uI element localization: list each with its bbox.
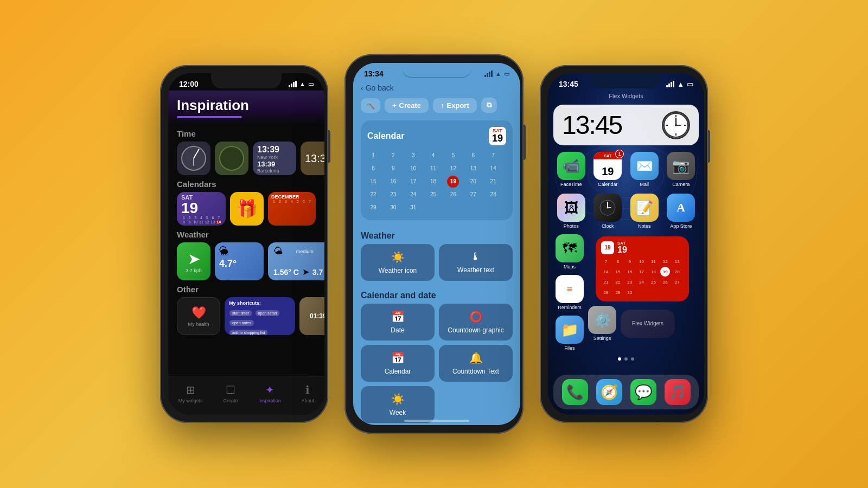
cal-widget-gift: 🎁: [230, 192, 264, 226]
date-calendar-icon: 📅: [391, 310, 405, 323]
shortcut-safari[interactable]: open safari: [256, 310, 280, 316]
tab-my-widgets[interactable]: ⊞ My widgets: [178, 383, 203, 403]
hammer-tool-btn[interactable]: 🔨: [361, 98, 380, 113]
editor-toolbar: 🔨 + Create ↑ Export ⧉: [353, 95, 520, 115]
tab-my-widgets-icon: ⊞: [186, 383, 195, 396]
p2-bar-1: [484, 75, 486, 77]
time-plain: 13:39: [305, 152, 324, 165]
countdown-text-label: Countdown Text: [452, 368, 499, 375]
other-widgets-row: ❤️ My health My shortcuts: start timer o…: [168, 297, 324, 335]
calendars-widgets-row: SAT 19 1234567 891011121314 🎁 December 1: [168, 192, 324, 226]
clock-app[interactable]: Clock: [592, 194, 624, 229]
settings-app[interactable]: ⚙️ Settings: [588, 306, 616, 341]
layers-btn[interactable]: ⧉: [481, 98, 497, 113]
p2-bar-4: [491, 70, 493, 77]
inspiration-underline: [177, 116, 242, 118]
phone-1-screen: 12:00 ▲ ▭: [168, 73, 324, 415]
cal-header-text: SAT 19: [617, 241, 627, 254]
calendar-btn[interactable]: 📅 Calendar: [361, 345, 435, 382]
maps-app[interactable]: 🗺 Maps: [556, 234, 584, 269]
phone-3-dock: 📞 🧭 💬 🎵: [553, 375, 699, 409]
camera-app[interactable]: 📷 Camera: [666, 152, 697, 187]
phone-2-inner: 13:34 ▲ ▭ ‹: [353, 63, 520, 425]
weather-section-label: Weather: [168, 226, 324, 242]
mail-icon: ✉️: [630, 152, 659, 180]
reminders-app[interactable]: ≡ Reminders: [556, 275, 584, 310]
weather-section-title: Weather: [353, 226, 520, 244]
calendar-icon: 📅: [391, 351, 405, 364]
signal-bar-1: [289, 85, 290, 87]
calendar-app[interactable]: SAT 19 1 Calendar: [592, 152, 624, 187]
weather-icon-btn[interactable]: ☀️ Weather icon: [361, 244, 435, 281]
countdown-graphic-label: Countdown graphic: [448, 326, 503, 334]
calendar-icon: SAT 19 1: [593, 152, 622, 180]
phone-3-time: 13:45: [559, 80, 578, 88]
page-dot-3: [631, 357, 634, 361]
phone-1-content[interactable]: Inspiration Time 13:39: [168, 91, 324, 393]
svg-point-10: [675, 124, 677, 126]
phone-3-screen: 13:45 ▲ ▭ Flex Wid: [548, 73, 704, 415]
create-btn[interactable]: + Create: [385, 98, 429, 113]
signal-bar-3: [293, 82, 295, 87]
dock-music[interactable]: 🎵: [665, 379, 691, 405]
phone-1-wifi: ▲: [299, 81, 305, 87]
notes-icon: 📝: [630, 194, 659, 222]
dock-safari[interactable]: 🧭: [596, 379, 622, 405]
weather-row-top: 🌤 medium 09:37: [273, 246, 324, 257]
weather-widget-green: ➤ 3.7 kph: [177, 242, 210, 280]
facetime-app[interactable]: 📹 FaceTime: [556, 152, 587, 187]
facetime-label: FaceTime: [560, 182, 582, 187]
notes-app[interactable]: 📝 Notes: [629, 194, 660, 229]
shortcuts-buttons: start timer open safari open notes add t…: [229, 307, 291, 335]
tab-create[interactable]: ☐ Create: [224, 383, 238, 403]
mail-app[interactable]: ✉️ Mail: [629, 152, 660, 187]
calendar-badge: 1: [615, 150, 624, 158]
cal-red-grid: 1234567: [271, 200, 312, 203]
reminders-icon: ≡: [556, 275, 584, 303]
clock-label: Clock: [602, 223, 614, 229]
phones-container: 12:00 ▲ ▭: [160, 54, 708, 434]
tab-inspiration-icon: ✦: [265, 383, 275, 396]
weather-thermo-icon: 🌡: [470, 251, 481, 263]
tab-inspiration[interactable]: ✦ Inspiration: [258, 383, 281, 403]
week-label: Week: [390, 409, 406, 416]
weather-cloud-icon: 🌦: [219, 246, 259, 257]
countdown-graphic-btn[interactable]: ⭕ Countdown graphic: [439, 304, 513, 341]
phone-3-signal: [666, 81, 674, 87]
week-btn[interactable]: ☀️ Week: [361, 386, 435, 423]
big-calendar-widget: 19 SAT 19 78910111213 14151617181: [596, 236, 689, 301]
export-icon: ↑: [441, 101, 444, 110]
dock-phone[interactable]: 📞: [562, 379, 588, 405]
flex-widgets-app[interactable]: Flex Widgets: [621, 310, 675, 338]
big-cal-header: 19 SAT 19: [601, 241, 684, 254]
photos-app[interactable]: 🖼 Photos: [556, 194, 587, 229]
back-button[interactable]: ‹ Go back: [361, 84, 394, 92]
export-btn[interactable]: ↑ Export: [433, 98, 477, 113]
create-label: Create: [399, 101, 421, 110]
weather-text-btn[interactable]: 🌡 Weather text: [439, 244, 513, 281]
app-col-left: 🗺 Maps ≡ Reminders 📁 F: [556, 234, 584, 351]
tab-about[interactable]: ℹ About: [302, 383, 315, 403]
shortcut-timer[interactable]: start timer: [229, 310, 252, 316]
shortcut-shopping[interactable]: add to shopping list: [229, 330, 267, 335]
appstore-app[interactable]: A App Store: [666, 194, 697, 229]
countdown-text-btn[interactable]: 🔔 Countdown Text: [439, 345, 513, 382]
files-icon: 📁: [556, 316, 584, 344]
cal-badge-num: 19: [492, 133, 503, 144]
back-chevron-icon: ‹: [361, 84, 363, 92]
phone-1: 12:00 ▲ ▭: [160, 65, 328, 423]
phone-1-signal: [289, 81, 297, 87]
date-btn[interactable]: 📅 Date: [361, 304, 435, 341]
dock-messages[interactable]: 💬: [630, 379, 656, 405]
reminders-label: Reminders: [558, 305, 582, 310]
mail-icon-symbol: ✉️: [636, 158, 653, 175]
big-time-widget: 13:45: [553, 105, 699, 145]
weather-temp-2: 1.56° C: [273, 268, 299, 277]
notes-label: Notes: [638, 223, 651, 229]
files-app[interactable]: 📁 Files: [556, 316, 584, 351]
shortcut-notes[interactable]: open notes: [229, 320, 254, 326]
weather-speed: 3.7 kph: [186, 268, 202, 273]
cal-widget-red: December 1234567: [268, 192, 316, 226]
weather-speed-2: 3.7 kph: [312, 268, 324, 277]
page-dot-2: [624, 357, 628, 361]
